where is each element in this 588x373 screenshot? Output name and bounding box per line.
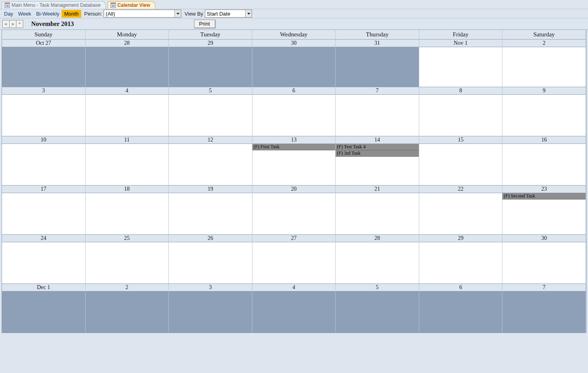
calendar-day-cell[interactable]: [419, 47, 503, 87]
prev-button[interactable]: <: [2, 20, 10, 28]
calendar-day-cell[interactable]: [502, 291, 586, 333]
date-header-cell[interactable]: 3: [169, 284, 252, 291]
chevron-down-icon[interactable]: [245, 10, 252, 17]
calendar-day-cell[interactable]: [419, 144, 503, 186]
date-header-cell[interactable]: Dec 1: [2, 284, 86, 291]
date-header-cell[interactable]: 30: [502, 235, 586, 242]
date-header-cell[interactable]: 15: [419, 136, 503, 144]
calendar-day-cell[interactable]: [252, 291, 336, 333]
date-header-cell[interactable]: 2: [502, 40, 586, 47]
date-header-cell[interactable]: 8: [419, 87, 503, 95]
date-header-cell[interactable]: 3: [2, 87, 86, 95]
date-header-cell[interactable]: 26: [169, 235, 252, 242]
calendar-day-cell[interactable]: [169, 95, 252, 136]
date-header-cell[interactable]: 17: [2, 186, 86, 193]
calendar-day-cell[interactable]: [86, 291, 169, 333]
calendar-task[interactable]: (F) Test Task 4: [336, 144, 419, 150]
calendar-day-cell[interactable]: [169, 193, 252, 235]
calendar-day-cell[interactable]: [502, 47, 586, 87]
date-header-cell[interactable]: 4: [252, 284, 336, 291]
date-header-cell[interactable]: 24: [2, 235, 86, 242]
range-month-button[interactable]: Month: [62, 10, 81, 18]
calendar-day-cell[interactable]: [2, 291, 86, 333]
calendar-day-cell[interactable]: (F) Second Task: [502, 193, 586, 235]
calendar-day-cell[interactable]: [252, 95, 336, 136]
calendar-day-cell[interactable]: [169, 144, 252, 186]
calendar-day-cell[interactable]: [502, 95, 586, 136]
calendar-day-cell[interactable]: [336, 95, 419, 136]
date-header-cell[interactable]: 27: [252, 235, 336, 242]
calendar-day-cell[interactable]: (F) Test Task 4(F) 3rd Task: [336, 144, 419, 186]
calendar-day-cell[interactable]: [2, 95, 86, 136]
calendar-day-cell[interactable]: [336, 47, 419, 87]
calendar-day-cell[interactable]: [169, 291, 252, 333]
calendar-day-cell[interactable]: [86, 47, 169, 87]
calendar-day-cell[interactable]: [2, 47, 86, 87]
date-header-cell[interactable]: 31: [336, 40, 419, 47]
date-header-cell[interactable]: 28: [336, 235, 419, 242]
calendar-day-cell[interactable]: [252, 193, 336, 235]
date-header-cell[interactable]: 28: [86, 40, 169, 47]
date-header-cell[interactable]: 18: [86, 186, 169, 193]
viewby-combo[interactable]: [205, 10, 252, 18]
calendar-day-cell[interactable]: [502, 242, 586, 284]
print-button[interactable]: Print: [194, 20, 215, 28]
calendar-day-cell[interactable]: [419, 95, 503, 136]
date-header-cell[interactable]: 25: [86, 235, 169, 242]
date-header-cell[interactable]: 2: [86, 284, 169, 291]
date-header-cell[interactable]: 5: [336, 284, 419, 291]
calendar-day-cell[interactable]: [2, 144, 86, 186]
date-header-cell[interactable]: 5: [169, 87, 252, 95]
calendar-day-cell[interactable]: [86, 95, 169, 136]
calendar-day-cell[interactable]: [419, 193, 503, 235]
date-header-cell[interactable]: 11: [86, 136, 169, 144]
calendar-task[interactable]: (F) 3rd Task: [336, 150, 419, 157]
date-header-cell[interactable]: 20: [252, 186, 336, 193]
date-header-cell[interactable]: Nov 1: [419, 40, 503, 47]
calendar-day-cell[interactable]: [419, 291, 503, 333]
calendar-day-cell[interactable]: (F) First Task: [252, 144, 336, 186]
date-header-cell[interactable]: 6: [419, 284, 503, 291]
date-header-cell[interactable]: 16: [502, 136, 586, 144]
calendar-day-cell[interactable]: [252, 47, 336, 87]
calendar-day-cell[interactable]: [336, 193, 419, 235]
calendar-day-cell[interactable]: [169, 47, 252, 87]
date-header-cell[interactable]: 30: [252, 40, 336, 47]
next-button[interactable]: >: [9, 20, 16, 28]
calendar-day-cell[interactable]: [86, 144, 169, 186]
calendar-task[interactable]: (F) First Task: [252, 144, 336, 150]
today-button[interactable]: ^: [16, 20, 23, 28]
date-header-cell[interactable]: 22: [419, 186, 503, 193]
date-header-cell[interactable]: Oct 27: [2, 40, 86, 47]
calendar-day-cell[interactable]: [86, 193, 169, 235]
calendar-day-cell[interactable]: [2, 242, 86, 284]
calendar-day-cell[interactable]: [252, 242, 336, 284]
date-header-cell[interactable]: 7: [502, 284, 586, 291]
date-header-cell[interactable]: 23: [502, 186, 586, 193]
date-header-cell[interactable]: 6: [252, 87, 336, 95]
person-combo[interactable]: [104, 10, 181, 18]
date-header-cell[interactable]: 12: [169, 136, 252, 144]
calendar-day-cell[interactable]: [2, 193, 86, 235]
date-header-cell[interactable]: 19: [169, 186, 252, 193]
range-biweekly-button[interactable]: Bi-Weekly: [34, 10, 62, 18]
date-header-cell[interactable]: 21: [336, 186, 419, 193]
calendar-day-cell[interactable]: [169, 242, 252, 284]
date-header-cell[interactable]: 13: [252, 136, 336, 144]
date-header-cell[interactable]: 10: [2, 136, 86, 144]
calendar-day-cell[interactable]: [86, 242, 169, 284]
range-week-button[interactable]: Week: [16, 10, 34, 18]
date-header-cell[interactable]: 4: [86, 87, 169, 95]
calendar-task[interactable]: (F) Second Task: [502, 193, 586, 199]
range-day-button[interactable]: Day: [2, 10, 16, 18]
calendar-day-cell[interactable]: [336, 291, 419, 333]
date-header-cell[interactable]: 14: [336, 136, 419, 144]
tab-main-menu[interactable]: Main Menu - Task Management Database: [2, 1, 106, 9]
viewby-input[interactable]: [205, 10, 245, 17]
date-header-cell[interactable]: 9: [502, 87, 586, 95]
date-header-cell[interactable]: 29: [169, 40, 252, 47]
calendar-day-cell[interactable]: [419, 242, 503, 284]
calendar-day-cell[interactable]: [336, 242, 419, 284]
tab-calendar-view[interactable]: Calendar View: [108, 1, 156, 9]
date-header-cell[interactable]: 29: [419, 235, 503, 242]
